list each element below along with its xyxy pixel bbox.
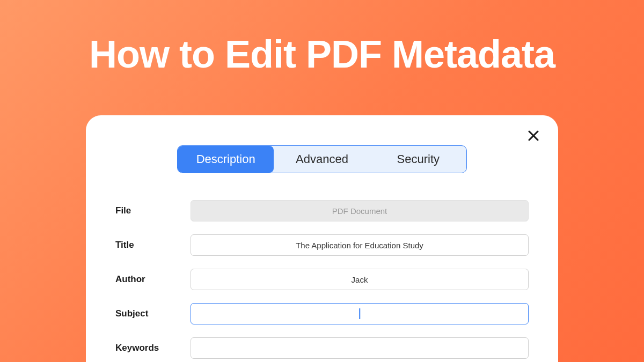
file-label: File (115, 205, 191, 216)
subject-row: Subject (115, 303, 529, 324)
close-icon (527, 129, 540, 142)
keywords-label: Keywords (115, 343, 191, 353)
author-field[interactable] (191, 269, 529, 290)
subject-label: Subject (115, 308, 191, 319)
close-button[interactable] (525, 127, 542, 144)
author-row: Author (115, 269, 529, 290)
page-title: How to Edit PDF Metadata (0, 0, 644, 76)
title-label: Title (115, 240, 191, 250)
metadata-dialog: Description Advanced Security File Title… (86, 115, 558, 362)
file-field (191, 200, 529, 221)
tab-advanced[interactable]: Advanced (274, 146, 370, 173)
file-row: File (115, 200, 529, 221)
title-field[interactable] (191, 234, 529, 256)
tab-group: Description Advanced Security (177, 145, 467, 173)
tab-description[interactable]: Description (178, 146, 274, 173)
keywords-row: Keywords (115, 337, 529, 359)
tab-security[interactable]: Security (370, 146, 466, 173)
title-row: Title (115, 234, 529, 256)
author-label: Author (115, 274, 191, 285)
keywords-field[interactable] (191, 337, 529, 359)
text-cursor (359, 308, 360, 319)
